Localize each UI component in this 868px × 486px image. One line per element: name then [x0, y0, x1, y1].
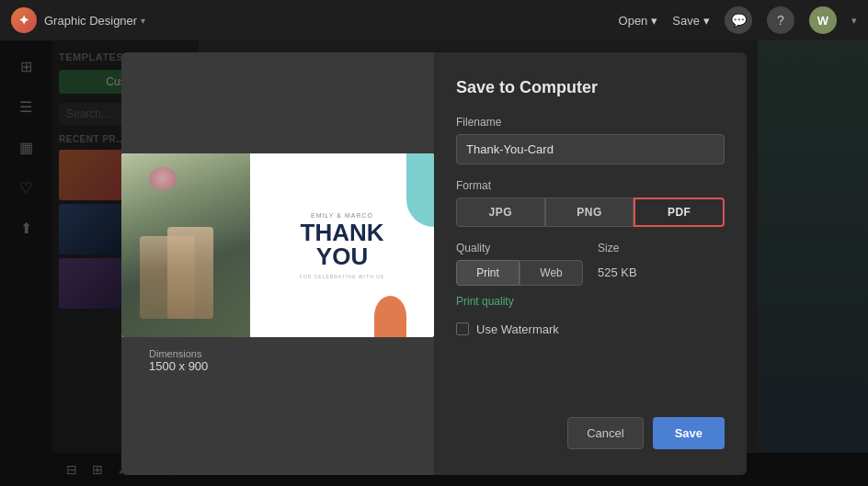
- card-photo: [121, 153, 250, 337]
- dimensions-label: Dimensions: [149, 348, 201, 359]
- modal-form-panel: Save to Computer Filename Format JPG PNG…: [434, 52, 747, 475]
- save-chevron: ▾: [703, 14, 710, 28]
- save-button[interactable]: Save ▾: [672, 14, 710, 28]
- format-jpg-button[interactable]: JPG: [456, 198, 545, 227]
- card-you-text: YOU: [316, 244, 368, 268]
- modal-preview-panel: EMILY & MARCO THANK YOU FOR CELEBRATING …: [121, 52, 434, 475]
- format-pdf-button[interactable]: PDF: [634, 198, 725, 227]
- format-png-button[interactable]: PNG: [545, 198, 634, 227]
- modal-title: Save to Computer: [456, 78, 725, 97]
- card-thank-text: THANK: [301, 220, 384, 244]
- card-preview: EMILY & MARCO THANK YOU FOR CELEBRATING …: [121, 153, 434, 337]
- card-decor-teal: [406, 153, 434, 227]
- save-label: Save: [672, 14, 700, 28]
- print-quality-link[interactable]: Print quality: [456, 295, 725, 308]
- quality-column: Quality Print Web: [456, 242, 583, 286]
- card-text-content: EMILY & MARCO THANK YOU FOR CELEBRATING …: [250, 153, 434, 337]
- quality-button-group: Print Web: [456, 260, 583, 286]
- avatar-chevron[interactable]: ▾: [851, 15, 857, 27]
- print-quality-link-text: Print quality: [456, 295, 514, 308]
- open-label: Open: [619, 14, 648, 28]
- modal-footer: Cancel Save: [456, 417, 725, 449]
- quality-print-button[interactable]: Print: [456, 260, 520, 286]
- avatar[interactable]: W: [809, 6, 837, 34]
- save-button[interactable]: Save: [653, 417, 725, 449]
- watermark-checkbox[interactable]: [456, 322, 469, 335]
- open-button[interactable]: Open ▾: [619, 14, 658, 28]
- quality-label: Quality: [456, 242, 583, 254]
- cancel-label: Cancel: [587, 426, 623, 440]
- watermark-row: Use Watermark: [456, 322, 725, 336]
- topbar-actions: Open ▾ Save ▾ 💬 ? W ▾: [619, 6, 857, 34]
- format-label: Format: [456, 179, 725, 192]
- save-label: Save: [675, 426, 702, 440]
- quality-size-row: Quality Print Web Size 525 KB: [456, 242, 725, 286]
- app-logo: ✦: [11, 7, 37, 33]
- app-name: Graphic Designer ▾: [44, 14, 145, 28]
- save-to-computer-modal: EMILY & MARCO THANK YOU FOR CELEBRATING …: [121, 52, 747, 475]
- watermark-label: Use Watermark: [476, 322, 559, 336]
- size-value: 525 KB: [598, 260, 725, 285]
- help-icon-button[interactable]: ?: [767, 6, 794, 34]
- dimensions-value: 1500 x 900: [149, 359, 208, 373]
- quality-web-button[interactable]: Web: [520, 260, 583, 286]
- card-names: EMILY & MARCO: [311, 212, 373, 219]
- format-button-group: JPG PNG PDF: [456, 198, 725, 227]
- cancel-button[interactable]: Cancel: [567, 417, 643, 449]
- app-name-text: Graphic Designer: [44, 14, 137, 28]
- filename-label: Filename: [456, 116, 725, 129]
- size-label: Size: [598, 242, 725, 254]
- open-chevron: ▾: [651, 14, 657, 28]
- modal-backdrop: EMILY & MARCO THANK YOU FOR CELEBRATING …: [0, 40, 868, 486]
- chat-icon-button[interactable]: 💬: [725, 6, 752, 34]
- size-column: Size 525 KB: [598, 242, 725, 286]
- avatar-initials: W: [817, 14, 828, 28]
- topbar: ✦ Graphic Designer ▾ Open ▾ Save ▾ 💬 ? W…: [0, 0, 868, 40]
- app-name-chevron[interactable]: ▾: [141, 16, 145, 26]
- card-decor-orange: [374, 296, 406, 337]
- filename-input[interactable]: [456, 134, 725, 164]
- card-subtitle: FOR CELEBRATING WITH US: [300, 274, 384, 279]
